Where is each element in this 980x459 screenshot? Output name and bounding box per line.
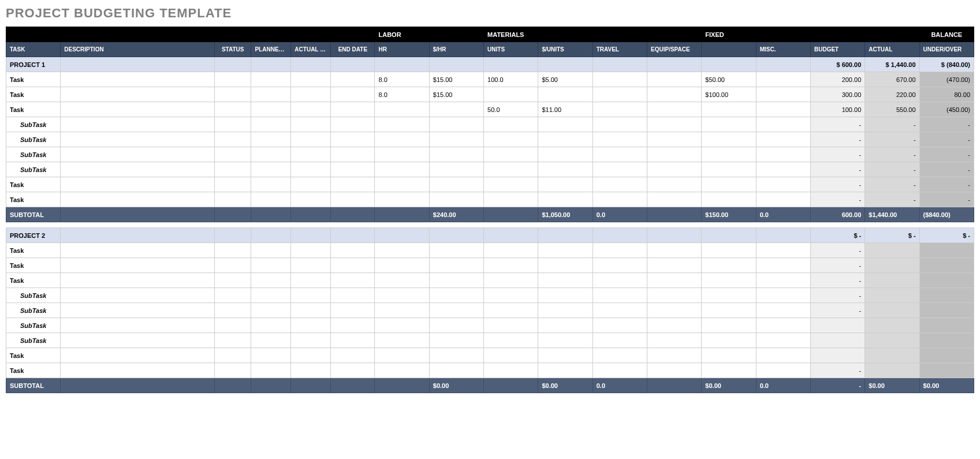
cell-actual[interactable]: - [865, 132, 919, 147]
cell-budget[interactable] [810, 348, 865, 363]
cell-budget[interactable]: - [810, 147, 865, 162]
cell-under-over[interactable] [919, 288, 974, 303]
cell-actual[interactable]: - [865, 117, 919, 132]
cell-description[interactable] [61, 288, 215, 303]
project-blank[interactable] [702, 228, 756, 243]
cell-units[interactable] [484, 273, 538, 288]
cell-misc[interactable] [756, 147, 810, 162]
cell-end-date[interactable] [331, 132, 375, 147]
cell-travel[interactable] [593, 258, 647, 273]
cell-under-over[interactable] [919, 303, 974, 318]
cell-per-units[interactable] [538, 243, 593, 258]
cell-hr[interactable] [375, 243, 429, 258]
cell-planned-start[interactable] [251, 132, 291, 147]
cell-per-units[interactable] [538, 132, 593, 147]
cell-rate[interactable] [429, 333, 483, 348]
cell-status[interactable] [214, 132, 251, 147]
cell-rate[interactable] [429, 117, 483, 132]
cell-misc[interactable] [756, 102, 810, 117]
cell-hr[interactable] [375, 303, 429, 318]
cell-status[interactable] [214, 273, 251, 288]
cell-actual-start[interactable] [291, 303, 331, 318]
cell-equip[interactable] [647, 192, 702, 207]
cell-fixed[interactable] [702, 177, 756, 192]
cell-budget[interactable]: - [810, 258, 865, 273]
cell-misc[interactable] [756, 87, 810, 102]
cell-hr[interactable]: 8.0 [375, 72, 429, 87]
cell-hr[interactable] [375, 348, 429, 363]
cell-fixed[interactable] [702, 273, 756, 288]
cell-units[interactable] [484, 303, 538, 318]
cell-per-units[interactable] [538, 192, 593, 207]
project-blank[interactable] [375, 57, 429, 72]
cell-misc[interactable] [756, 162, 810, 177]
cell-actual-start[interactable] [291, 147, 331, 162]
cell-misc[interactable] [756, 117, 810, 132]
cell-actual[interactable]: 220.00 [865, 87, 919, 102]
cell-description[interactable] [61, 318, 215, 333]
cell-hr[interactable] [375, 177, 429, 192]
cell-end-date[interactable] [331, 147, 375, 162]
cell-equip[interactable] [647, 333, 702, 348]
cell-planned-start[interactable] [251, 192, 291, 207]
cell-description[interactable] [61, 243, 215, 258]
cell-actual[interactable]: - [865, 162, 919, 177]
project-blank[interactable] [61, 57, 215, 72]
cell-planned-start[interactable] [251, 177, 291, 192]
cell-budget[interactable]: - [810, 192, 865, 207]
cell-rate[interactable] [429, 318, 483, 333]
cell-budget[interactable]: - [810, 243, 865, 258]
cell-travel[interactable] [593, 132, 647, 147]
cell-actual-start[interactable] [291, 363, 331, 378]
cell-misc[interactable] [756, 243, 810, 258]
cell-end-date[interactable] [331, 162, 375, 177]
cell-travel[interactable] [593, 117, 647, 132]
cell-actual-start[interactable] [291, 258, 331, 273]
cell-planned-start[interactable] [251, 243, 291, 258]
cell-per-units[interactable]: $5.00 [538, 72, 593, 87]
cell-per-units[interactable] [538, 288, 593, 303]
cell-travel[interactable] [593, 243, 647, 258]
cell-per-units[interactable] [538, 177, 593, 192]
project-blank[interactable] [538, 228, 593, 243]
cell-equip[interactable] [647, 303, 702, 318]
project-blank[interactable] [702, 57, 756, 72]
cell-actual-start[interactable] [291, 192, 331, 207]
cell-units[interactable] [484, 192, 538, 207]
cell-units[interactable] [484, 318, 538, 333]
cell-under-over[interactable]: - [919, 177, 974, 192]
cell-equip[interactable] [647, 273, 702, 288]
cell-misc[interactable] [756, 348, 810, 363]
cell-misc[interactable] [756, 288, 810, 303]
cell-description[interactable] [61, 132, 215, 147]
cell-units[interactable] [484, 243, 538, 258]
cell-units[interactable] [484, 117, 538, 132]
cell-actual[interactable] [865, 363, 919, 378]
cell-rate[interactable]: $15.00 [429, 72, 483, 87]
project-blank[interactable] [484, 57, 538, 72]
cell-hr[interactable]: 8.0 [375, 87, 429, 102]
cell-hr[interactable] [375, 162, 429, 177]
cell-status[interactable] [214, 288, 251, 303]
cell-rate[interactable] [429, 273, 483, 288]
cell-per-units[interactable] [538, 258, 593, 273]
cell-status[interactable] [214, 87, 251, 102]
cell-misc[interactable] [756, 273, 810, 288]
cell-fixed[interactable] [702, 348, 756, 363]
cell-fixed[interactable] [702, 132, 756, 147]
project-blank[interactable] [214, 57, 251, 72]
cell-misc[interactable] [756, 132, 810, 147]
cell-equip[interactable] [647, 132, 702, 147]
cell-description[interactable] [61, 363, 215, 378]
cell-hr[interactable] [375, 333, 429, 348]
cell-per-units[interactable] [538, 117, 593, 132]
project-blank[interactable] [375, 228, 429, 243]
cell-under-over[interactable] [919, 333, 974, 348]
cell-equip[interactable] [647, 243, 702, 258]
cell-end-date[interactable] [331, 192, 375, 207]
cell-hr[interactable] [375, 102, 429, 117]
cell-actual[interactable] [865, 348, 919, 363]
cell-actual[interactable] [865, 333, 919, 348]
cell-travel[interactable] [593, 363, 647, 378]
cell-units[interactable] [484, 348, 538, 363]
